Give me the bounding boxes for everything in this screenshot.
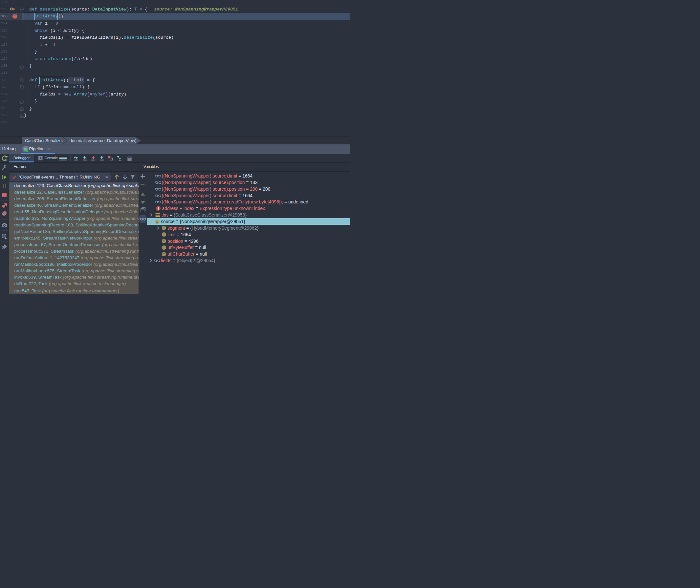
svg-text:f: f bbox=[163, 232, 164, 236]
svg-text:f: f bbox=[163, 252, 164, 256]
svg-text:f: f bbox=[163, 239, 164, 243]
svg-text:f: f bbox=[163, 245, 164, 249]
svg-text:f: f bbox=[163, 226, 164, 230]
svg-text:p: p bbox=[156, 220, 158, 223]
